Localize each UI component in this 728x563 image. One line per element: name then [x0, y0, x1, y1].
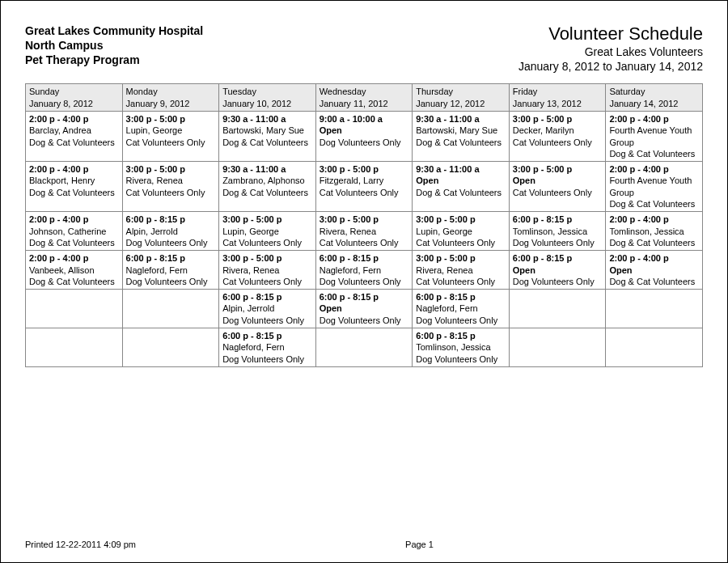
- schedule-row: 2:00 p - 4:00 pJohnson, CatherineDog & C…: [26, 212, 703, 251]
- schedule-cell: 6:00 p - 8:15 pNagleford, FernDog Volunt…: [413, 290, 510, 328]
- shift-note: Dog Volunteers Only: [320, 276, 409, 287]
- shift-time: 6:00 p - 8:15 p: [416, 330, 506, 341]
- shift-volunteer: Blackport, Henry: [29, 175, 119, 186]
- shift-note: Dog Volunteers Only: [126, 276, 216, 287]
- shift-note: Dog & Cat Volunteers: [222, 137, 312, 148]
- shift-volunteer: Vanbeek, Allison: [29, 265, 119, 276]
- shift-time: 2:00 p - 4:00 p: [609, 214, 699, 225]
- shift-note: Dog Volunteers Only: [513, 237, 603, 248]
- schedule-cell: [122, 290, 219, 328]
- schedule-cell: 6:00 p - 8:15 pTomlinson, JessicaDog Vol…: [509, 212, 606, 251]
- schedule-cell: 2:00 p - 4:00 pBlackport, HenryDog & Cat…: [26, 162, 123, 212]
- campus-name: North Campus: [25, 38, 203, 53]
- shift-volunteer: Lupin, George: [222, 226, 312, 237]
- shift-volunteer: Rivera, Renea: [126, 175, 216, 186]
- org-name: Great Lakes Community Hospital: [25, 23, 203, 38]
- shift-note: Dog Volunteers Only: [222, 353, 312, 365]
- shift-time: 6:00 p - 8:15 p: [513, 214, 603, 225]
- shift-volunteer: Rivera, Renea: [416, 265, 506, 276]
- shift-volunteer: Fourth Avenue Youth Group: [609, 175, 699, 198]
- report-subtitle: Great Lakes Volunteers: [518, 44, 703, 59]
- shift-time: 6:00 p - 8:15 p: [320, 252, 409, 264]
- shift-note: Dog & Cat Volunteers: [416, 137, 506, 148]
- shift-note: Dog & Cat Volunteers: [222, 187, 312, 198]
- shift-note: Cat Volunteers Only: [320, 237, 409, 248]
- shift-note: Dog & Cat Volunteers: [29, 187, 119, 198]
- schedule-cell: [26, 328, 123, 367]
- shift-volunteer: Fourth Avenue Youth Group: [609, 125, 699, 148]
- shift-volunteer: Bartowski, Mary Sue: [416, 125, 506, 136]
- shift-note: Dog Volunteers Only: [222, 315, 312, 326]
- schedule-row: 2:00 p - 4:00 pBarclay, AndreaDog & Cat …: [26, 111, 703, 161]
- shift-note: Dog Volunteers Only: [416, 353, 506, 365]
- day-header: WednesdayJanuary 11, 2012: [315, 84, 413, 112]
- shift-time: 3:00 p - 5:00 p: [513, 163, 603, 175]
- shift-time: 2:00 p - 4:00 p: [609, 163, 699, 175]
- day-header: SaturdayJanuary 14, 2012: [606, 84, 703, 112]
- shift-time: 6:00 p - 8:15 p: [222, 330, 312, 341]
- shift-note: Cat Volunteers Only: [222, 237, 312, 248]
- day-header: TuesdayJanuary 10, 2012: [219, 84, 316, 112]
- schedule-cell: 3:00 p - 5:00 pLupin, GeorgeCat Voluntee…: [219, 212, 316, 251]
- shift-volunteer: Bartowski, Mary Sue: [222, 125, 312, 136]
- shift-note: Dog & Cat Volunteers: [29, 237, 119, 248]
- shift-time: 9:30 a - 11:00 a: [416, 113, 506, 125]
- schedule-cell: [509, 328, 606, 367]
- printed-timestamp: Printed 12-22-2011 4:09 pm: [25, 540, 136, 549]
- schedule-cell: 9:30 a - 11:00 aBartowski, Mary SueDog &…: [413, 111, 510, 161]
- schedule-cell: 9:30 a - 11:00 aZambrano, AlphonsoDog & …: [219, 162, 316, 212]
- shift-volunteer: Tomlinson, Jessica: [416, 341, 506, 353]
- shift-note: Cat Volunteers Only: [513, 187, 603, 198]
- schedule-cell: 2:00 p - 4:00 pBarclay, AndreaDog & Cat …: [26, 111, 123, 161]
- schedule-cell: 9:00 a - 10:00 aOpenDog Volunteers Only: [315, 111, 413, 161]
- shift-time: 3:00 p - 5:00 p: [222, 252, 312, 264]
- shift-note: Cat Volunteers Only: [126, 187, 216, 198]
- shift-open: Open: [416, 175, 506, 186]
- shift-time: 2:00 p - 4:00 p: [29, 214, 119, 225]
- day-header: SundayJanuary 8, 2012: [26, 84, 123, 112]
- shift-time: 3:00 p - 5:00 p: [416, 214, 506, 225]
- schedule-cell: 3:00 p - 5:00 pFitzgerald, LarryCat Volu…: [315, 162, 413, 212]
- shift-time: 6:00 p - 8:15 p: [126, 252, 216, 264]
- schedule-cell: 9:30 a - 11:00 aOpenDog & Cat Volunteers: [413, 162, 510, 212]
- shift-time: 9:00 a - 10:00 a: [320, 113, 409, 125]
- shift-note: Cat Volunteers Only: [320, 187, 409, 198]
- schedule-cell: 6:00 p - 8:15 pOpenDog Volunteers Only: [315, 290, 413, 328]
- schedule-cell: 2:00 p - 4:00 pVanbeek, AllisonDog & Cat…: [26, 251, 123, 290]
- shift-time: 3:00 p - 5:00 p: [126, 163, 216, 175]
- schedule-cell: 3:00 p - 5:00 pLupin, GeorgeCat Voluntee…: [413, 212, 510, 251]
- schedule-row: 2:00 p - 4:00 pVanbeek, AllisonDog & Cat…: [26, 251, 703, 290]
- shift-time: 2:00 p - 4:00 p: [609, 252, 699, 264]
- schedule-cell: 3:00 p - 5:00 pRivera, ReneaCat Voluntee…: [219, 251, 316, 290]
- schedule-cell: 3:00 p - 5:00 pRivera, ReneaCat Voluntee…: [413, 251, 510, 290]
- schedule-table: SundayJanuary 8, 2012MondayJanuary 9, 20…: [25, 83, 703, 367]
- day-header: MondayJanuary 9, 2012: [122, 84, 219, 112]
- shift-volunteer: Nagleford, Fern: [126, 265, 216, 276]
- shift-note: Dog Volunteers Only: [320, 137, 409, 148]
- shift-time: 2:00 p - 4:00 p: [29, 113, 119, 125]
- shift-open: Open: [609, 265, 699, 276]
- shift-volunteer: Nagleford, Fern: [416, 303, 506, 314]
- schedule-body: 2:00 p - 4:00 pBarclay, AndreaDog & Cat …: [26, 111, 703, 366]
- schedule-cell: 2:00 p - 4:00 pFourth Avenue Youth Group…: [606, 162, 703, 212]
- shift-time: 3:00 p - 5:00 p: [416, 252, 506, 264]
- schedule-cell: 3:00 p - 5:00 pRivera, ReneaCat Voluntee…: [315, 212, 413, 251]
- shift-time: 3:00 p - 5:00 p: [513, 113, 603, 125]
- shift-note: Dog Volunteers Only: [416, 315, 506, 326]
- shift-volunteer: Tomlinson, Jessica: [513, 226, 603, 237]
- shift-volunteer: Rivera, Renea: [320, 226, 409, 237]
- shift-note: Cat Volunteers Only: [222, 276, 312, 287]
- schedule-cell: 3:00 p - 5:00 pLupin, GeorgeCat Voluntee…: [122, 111, 219, 161]
- shift-time: 6:00 p - 8:15 p: [416, 291, 506, 303]
- footer: Printed 12-22-2011 4:09 pm Page 1: [25, 540, 703, 549]
- shift-volunteer: Alpin, Jerrold: [222, 303, 312, 314]
- schedule-cell: [26, 290, 123, 328]
- schedule-cell: 6:00 p - 8:15 pNagleford, FernDog Volunt…: [219, 328, 316, 367]
- schedule-cell: 6:00 p - 8:15 pNagleford, FernDog Volunt…: [122, 251, 219, 290]
- day-header-row: SundayJanuary 8, 2012MondayJanuary 9, 20…: [26, 84, 703, 112]
- shift-note: Dog Volunteers Only: [320, 315, 409, 326]
- schedule-cell: [606, 328, 703, 367]
- schedule-cell: 3:00 p - 5:00 pDecker, MarilynCat Volunt…: [509, 111, 606, 161]
- schedule-cell: 2:00 p - 4:00 pOpenDog & Cat Volunteers: [606, 251, 703, 290]
- shift-volunteer: Rivera, Renea: [222, 265, 312, 276]
